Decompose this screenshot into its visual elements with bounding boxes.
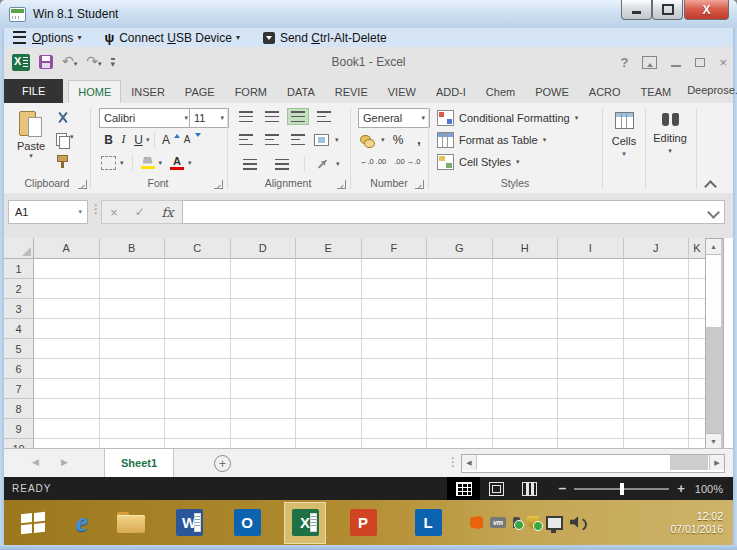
font-size-combo[interactable]: 11▾ xyxy=(189,108,229,128)
increase-indent-button[interactable] xyxy=(268,157,292,172)
cell-I5[interactable] xyxy=(558,339,624,359)
cell-B7[interactable] xyxy=(100,379,166,399)
insert-function-button[interactable]: fx xyxy=(161,205,173,220)
tab-powe[interactable]: POWE xyxy=(525,80,579,103)
scroll-right-arrow[interactable]: ▶ xyxy=(709,455,724,470)
cell-K1[interactable] xyxy=(689,259,706,279)
cell-D8[interactable] xyxy=(231,399,297,419)
orientation-options[interactable]: ▾ xyxy=(336,160,340,168)
column-header-G[interactable]: G xyxy=(427,238,493,259)
tray-vmware-icon[interactable]: vm xyxy=(490,517,506,528)
minimize-button[interactable] xyxy=(671,62,681,67)
orientation-button[interactable] xyxy=(318,159,327,168)
vm-minimize-button[interactable] xyxy=(621,0,652,20)
cell-H6[interactable] xyxy=(493,359,559,379)
cell-B3[interactable] xyxy=(100,299,166,319)
cell-K2[interactable] xyxy=(689,279,706,299)
normal-view-button[interactable] xyxy=(447,477,480,500)
save-button[interactable] xyxy=(39,55,53,69)
shrink-font-button[interactable]: A xyxy=(180,131,195,148)
cell-I6[interactable] xyxy=(558,359,624,379)
cell-A8[interactable] xyxy=(34,399,100,419)
column-header-B[interactable]: B xyxy=(100,238,166,259)
cell-J9[interactable] xyxy=(624,419,690,439)
cell-J4[interactable] xyxy=(624,319,690,339)
borders-button[interactable] xyxy=(101,156,116,170)
cell-F7[interactable] xyxy=(362,379,428,399)
row-header-6[interactable]: 6 xyxy=(4,359,34,379)
wrap-text-button[interactable] xyxy=(314,109,334,124)
format-painter-button[interactable] xyxy=(56,155,69,168)
send-ctrl-alt-delete-button[interactable]: Send Ctrl-Alt-Delete xyxy=(249,31,387,45)
taskbar-excel-active[interactable]: X xyxy=(285,503,325,543)
cell-G6[interactable] xyxy=(427,359,493,379)
cell-J8[interactable] xyxy=(624,399,690,419)
tray-usb-icon[interactable] xyxy=(513,517,520,528)
cell-C3[interactable] xyxy=(165,299,231,319)
tab-form[interactable]: FORM xyxy=(225,80,277,103)
tab-file[interactable]: FILE xyxy=(4,79,63,103)
cell-E6[interactable] xyxy=(296,359,362,379)
redo-button[interactable]: ↷▾ xyxy=(86,54,101,71)
taskbar-clock[interactable]: 12:02 07/01/2016 xyxy=(670,510,723,536)
zoom-slider[interactable] xyxy=(574,488,669,490)
vm-close-button[interactable]: X xyxy=(684,0,729,20)
cell-K7[interactable] xyxy=(689,379,706,399)
row-header-8[interactable]: 8 xyxy=(4,399,34,419)
scroll-left-arrow[interactable]: ◀ xyxy=(462,455,477,470)
page-break-view-button[interactable] xyxy=(513,477,546,500)
cell-H4[interactable] xyxy=(493,319,559,339)
cancel-button[interactable]: × xyxy=(110,205,118,220)
row-header-1[interactable]: 1 xyxy=(4,259,34,279)
cell-I3[interactable] xyxy=(558,299,624,319)
align-right-button[interactable] xyxy=(288,132,308,147)
cell-A4[interactable] xyxy=(34,319,100,339)
column-header-K[interactable]: K xyxy=(689,238,706,259)
borders-options[interactable]: ▾ xyxy=(120,159,124,167)
conditional-formatting-button[interactable]: Conditional Formatting▾ xyxy=(437,108,578,128)
row-header-10[interactable]: 10 xyxy=(4,439,34,448)
zoom-out-button[interactable]: – xyxy=(558,480,566,496)
italic-button[interactable]: I xyxy=(116,131,131,148)
column-header-A[interactable]: A xyxy=(34,238,100,259)
cell-K4[interactable] xyxy=(689,319,706,339)
cell-K9[interactable] xyxy=(689,419,706,439)
cell-H9[interactable] xyxy=(493,419,559,439)
cell-D7[interactable] xyxy=(231,379,297,399)
row-header-2[interactable]: 2 xyxy=(4,279,34,299)
excel-app-icon[interactable] xyxy=(12,54,30,71)
cell-F9[interactable] xyxy=(362,419,428,439)
zoom-in-button[interactable]: + xyxy=(677,481,685,496)
column-header-E[interactable]: E xyxy=(296,238,362,259)
tab-page[interactable]: PAGE xyxy=(175,80,225,103)
cell-E10[interactable] xyxy=(296,439,362,448)
tab-team[interactable]: TEAM xyxy=(631,80,682,103)
cell-A5[interactable] xyxy=(34,339,100,359)
cell-G8[interactable] xyxy=(427,399,493,419)
cell-F10[interactable] xyxy=(362,439,428,448)
cell-E2[interactable] xyxy=(296,279,362,299)
cell-C7[interactable] xyxy=(165,379,231,399)
font-color-button[interactable]: A xyxy=(170,156,184,170)
cell-H1[interactable] xyxy=(493,259,559,279)
cell-I4[interactable] xyxy=(558,319,624,339)
cell-B2[interactable] xyxy=(100,279,166,299)
cell-A2[interactable] xyxy=(34,279,100,299)
cell-E4[interactable] xyxy=(296,319,362,339)
cut-button[interactable] xyxy=(56,111,69,124)
cell-I8[interactable] xyxy=(558,399,624,419)
cell-styles-button[interactable]: Cell Styles▾ xyxy=(437,152,578,172)
fill-color-button[interactable] xyxy=(141,157,155,169)
tab-home[interactable]: HOME xyxy=(68,80,121,103)
column-header-J[interactable]: J xyxy=(624,238,690,259)
collapse-ribbon-button[interactable] xyxy=(704,180,717,193)
tab-inser[interactable]: INSER xyxy=(121,80,175,103)
bottom-align-button[interactable] xyxy=(288,109,308,124)
new-sheet-button[interactable]: + xyxy=(214,455,231,472)
zoom-level[interactable]: 100% xyxy=(695,483,723,495)
sheet-tab-sheet1[interactable]: Sheet1 xyxy=(104,449,174,479)
format-as-table-button[interactable]: Format as Table▾ xyxy=(437,130,578,150)
cell-E8[interactable] xyxy=(296,399,362,419)
fill-color-options[interactable]: ▾ xyxy=(159,159,163,167)
cell-H10[interactable] xyxy=(493,439,559,448)
